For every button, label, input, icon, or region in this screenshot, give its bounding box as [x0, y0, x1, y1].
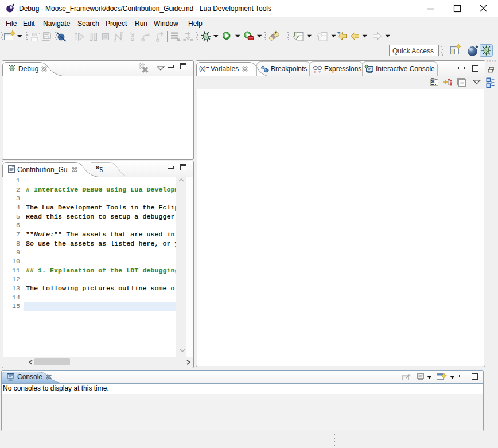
- svg-text:y: y: [319, 70, 321, 73]
- svg-text:x: x: [314, 70, 316, 73]
